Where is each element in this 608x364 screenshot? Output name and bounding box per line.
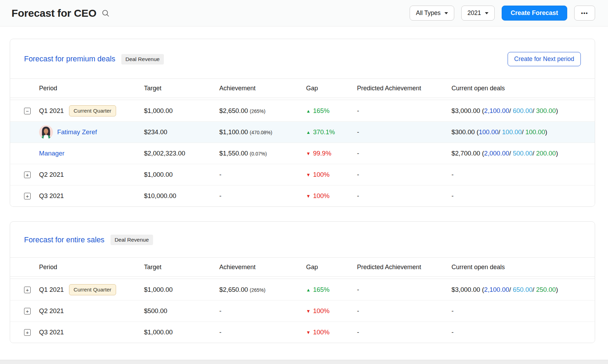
open-deals-close-paren: ) [556,107,558,114]
open-deals-total: $3,000.00 ( [451,286,484,293]
search-icon [101,9,110,17]
more-icon: ••• [581,10,588,16]
open-deals-value: $300.00 (100.00/ 100.00/ 100.00) [451,128,581,136]
open-deals-separator: / [509,150,513,157]
achievement-value: - [219,171,306,179]
create-next-period-button[interactable]: Create for Next period [508,52,581,66]
gap-percent: 100% [313,328,329,336]
column-header-target: Target [144,264,219,271]
target-value: $10,000.00 [144,192,219,200]
open-deals-value-1: 100.00 [479,128,499,136]
expand-row-toggle[interactable]: + [24,308,31,314]
gap-percent: 165% [313,286,329,293]
predicted-achievement-value: - [357,328,451,336]
column-header-achievement: Achievement [219,85,306,92]
card-header: Forecast for entire sales Deal Revenue [10,222,595,257]
achievement-value: $2,650.00(265%) [219,107,306,115]
open-deals-value: $3,000.00 (2,100.00/ 650.00/ 250.00) [451,286,581,294]
forecast-type-badge: Deal Revenue [111,235,153,245]
table-row: Fatimay Zeref $234.00 $1,100.00(470.08%)… [10,121,595,143]
open-deals-total: $2,700.00 ( [451,150,484,157]
more-actions-button[interactable]: ••• [574,6,595,21]
open-deals-value: - [451,328,581,336]
table-body: + Q1 2021 Current Quarter $1,000.00 $2,6… [10,279,595,343]
gap-value: ▲165% [306,107,357,115]
gap-direction-icon: ▼ [306,194,311,199]
expand-row-toggle[interactable]: + [24,329,31,336]
row-user-link[interactable]: Fatimay Zeref [57,128,97,136]
search-button[interactable] [101,9,110,17]
forecast-name-link[interactable]: Forecast for premium deals [24,55,115,63]
gap-direction-icon: ▼ [306,172,311,177]
achievement-value: - [219,307,306,315]
forecast-list: Forecast for premium deals Deal Revenue … [0,26,608,343]
open-deals-separator: / [499,128,502,136]
predicted-achievement-value: - [357,192,451,200]
target-value: $1,000.00 [144,171,219,179]
gap-value: ▼100% [306,192,357,200]
predicted-achievement-value: - [357,150,451,157]
gap-direction-icon: ▲ [306,287,311,293]
open-deals-value: $2,700.00 (2,000.00/ 500.00/ 200.00) [451,150,581,157]
table-header: Period Target Achievement Gap Predicted … [10,257,595,277]
gap-direction-icon: ▲ [306,130,311,135]
year-filter-dropdown[interactable]: 2021 [461,6,495,21]
gap-direction-icon: ▼ [306,330,311,335]
target-value: $1,000.00 [144,107,219,115]
open-deals-separator: / [533,150,536,157]
gap-percent: 100% [313,171,329,178]
row-label: Q1 2021 [39,107,64,115]
top-bar: Forecast for CEO All Types 2021 Create F… [0,0,608,26]
predicted-achievement-value: - [357,171,451,179]
gap-direction-icon: ▼ [306,309,311,314]
column-header-gap: Gap [306,85,357,92]
forecast-name-link[interactable]: Forecast for entire sales [24,236,105,244]
achievement-percent: (265%) [250,108,265,114]
create-forecast-button[interactable]: Create Forecast [502,6,567,21]
forecast-card: Forecast for entire sales Deal Revenue P… [10,221,595,343]
row-user-link[interactable]: Manager [39,150,64,157]
table-body: − Q1 2021 Current Quarter $1,000.00 $2,6… [10,100,595,206]
predicted-achievement-value: - [357,307,451,315]
open-deals-value: $3,000.00 (2,100.00/ 600.00/ 300.00) [451,107,581,115]
column-header-period: Period [39,264,144,271]
target-value: $500.00 [144,307,219,315]
page-bottom-strip [0,360,608,364]
open-deals-separator: / [533,107,536,114]
achievement-value: - [219,192,306,200]
forecast-card: Forecast for premium deals Deal Revenue … [10,39,595,207]
collapse-row-toggle[interactable]: − [24,108,31,114]
gap-percent: 100% [313,192,329,199]
expand-row-toggle[interactable]: + [24,172,31,178]
gap-value: ▼99.9% [306,150,357,157]
open-deals-value-1: 2,000.00 [484,150,509,157]
caret-down-icon [444,12,448,14]
target-value: $234.00 [144,128,219,136]
gap-value: ▼100% [306,171,357,179]
gap-direction-icon: ▼ [306,151,311,156]
type-filter-dropdown[interactable]: All Types [410,6,454,21]
achievement-amount: $1,100.00 [219,128,248,136]
predicted-achievement-value: - [357,107,451,115]
gap-value: ▲370.1% [306,128,357,136]
table-row: + Q2 2021 $1,000.00 - ▼100% - - [10,164,595,185]
expand-row-toggle[interactable]: + [24,193,31,199]
row-label: Q1 2021 [39,286,64,294]
achievement-percent: (0.07%) [250,151,267,157]
achievement-amount: $1,550.00 [219,150,248,157]
table-row: + Q3 2021 $1,000.00 - ▼100% - - [10,321,595,343]
forecast-type-badge: Deal Revenue [121,54,164,65]
open-deals-value-2: 600.00 [513,107,533,114]
target-value: $1,000.00 [144,286,219,294]
predicted-achievement-value: - [357,286,451,294]
open-deals-value: - [451,192,581,200]
open-deals-separator: / [509,286,513,293]
open-deals-close-paren: ) [556,286,558,293]
target-value: $2,002,323.00 [144,150,219,157]
expand-row-toggle[interactable]: + [24,287,31,293]
table-row: Manager $2,002,323.00 $1,550.00(0.07%) ▼… [10,143,595,164]
achievement-percent: (265%) [250,287,265,293]
open-deals-separator: / [533,286,536,293]
open-deals-value-2: 650.00 [513,286,533,293]
open-deals-value-3: 300.00 [536,107,556,114]
